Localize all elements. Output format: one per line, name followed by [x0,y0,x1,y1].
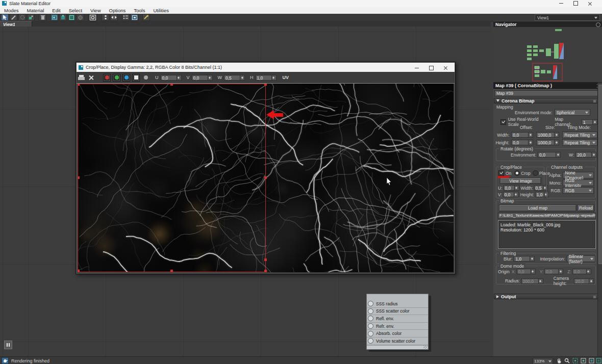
input-socket-icon[interactable] [368,316,373,321]
assign-material-icon[interactable] [27,14,35,21]
input-socket-icon[interactable] [368,323,373,329]
crop-v-spinner[interactable]: 0,0 [503,192,519,197]
u-spinner[interactable]: 0,0 [161,75,182,81]
pin-icon[interactable] [596,22,600,27]
menu-material[interactable]: Material [27,8,44,13]
panel-scrollbar[interactable] [597,83,602,356]
mono-dropdown[interactable]: RGB Intensity [563,179,594,186]
menu-tools[interactable]: Tools [134,8,145,13]
crop-region-overlay[interactable] [78,84,454,272]
zoom-tool-icon[interactable] [564,357,570,364]
bitmap-path-field[interactable]: F:\Lib\1_Texture\Камень\МРАМОР\Мрамор че… [498,213,596,219]
rgb-dropdown[interactable]: RGB [563,187,594,194]
blue-channel-button[interactable] [122,74,130,82]
menu-utilities[interactable]: Utilities [153,8,169,13]
show-grid-icon[interactable] [131,14,138,21]
pan-view-button[interactable] [4,341,12,349]
env-mode-dropdown[interactable]: Spherical [555,109,590,116]
map-channel-spinner[interactable]: 1 [582,119,597,125]
zoom-extents-selected-icon[interactable] [588,357,595,364]
input-socket-icon[interactable] [368,331,373,336]
scrollbar-thumb[interactable] [598,85,602,264]
delete-selected-icon[interactable] [39,14,46,21]
node-slot-row[interactable]: Refl. env. [367,315,428,323]
view-selector-dropdown[interactable]: View1 [535,14,600,21]
hide-unused-nodeslots-icon[interactable] [122,14,130,21]
dialog-title: Crop/Place, Display Gamma: 2,2, RGBA Col… [86,65,222,70]
crop-on-checkbox[interactable] [498,170,504,176]
blur-spinner[interactable]: 1,0 [514,256,535,262]
view-image-button[interactable]: View Image [500,177,541,184]
show-maps-icon[interactable] [68,14,76,21]
layout-children-icon[interactable] [110,14,118,21]
map-name-field[interactable]: Map #39 [494,90,601,96]
input-socket-icon[interactable] [368,338,373,344]
pencil-tool-icon[interactable] [10,14,17,21]
material-id-channel-icon[interactable] [88,14,97,21]
menu-select[interactable]: Select [69,8,82,13]
pan-zoom-icon[interactable] [595,357,602,364]
width-tiling-dropdown[interactable]: Repeat Tiling [562,132,597,138]
w-spinner[interactable]: 0,5 [224,75,245,81]
dialog-maximize-button[interactable] [424,63,438,72]
interpolation-dropdown[interactable]: Bilinear (faster) [567,255,595,262]
zoom-region-icon[interactable] [572,357,579,364]
show-background-icon[interactable] [59,14,67,21]
crop-w-spinner[interactable]: 0,5 [534,185,548,191]
node-slot-row[interactable]: Refr. env. [367,323,428,330]
alpha-channel-button[interactable] [132,74,140,82]
pan-tool-icon[interactable] [556,357,562,364]
red-channel-button[interactable] [103,74,111,82]
menu-edit[interactable]: Edit [52,8,60,13]
dialog-minimize-button[interactable] [410,63,424,72]
green-channel-button[interactable] [113,74,120,82]
pick-material-icon[interactable] [18,14,26,21]
menu-modes[interactable]: Modes [4,8,19,13]
node-slot-row[interactable]: SSS radius [367,300,428,308]
mono-channel-button[interactable] [144,75,148,80]
clear-icon[interactable] [88,75,93,80]
height-offset-spinner[interactable]: 0,0 [511,140,533,145]
minimize-button[interactable] [554,0,568,7]
place-radio[interactable] [533,170,538,176]
rotate-env-spinner[interactable]: 0,0 [538,152,561,158]
resize-grip-icon[interactable] [423,346,428,349]
menu-view[interactable]: View [90,8,101,13]
restore-button[interactable] [568,0,583,7]
input-socket-icon[interactable] [368,308,373,314]
dialog-titlebar[interactable]: Crop/Place, Display Gamma: 2,2, RGBA Col… [77,63,455,72]
dialog-close-button[interactable] [438,63,453,72]
h-spinner[interactable]: 1,0 [256,75,277,81]
zoom-level-dropdown[interactable]: 133% [533,358,553,364]
height-size-spinner[interactable]: 1000,0 [536,140,559,145]
crop-u-spinner[interactable]: 0,0 [504,185,519,191]
options-key-icon[interactable] [142,14,150,21]
menu-options[interactable]: Options [109,8,126,13]
node-slot-row[interactable]: Absorb. color [367,330,428,337]
crop-radio[interactable] [514,170,520,176]
save-image-icon[interactable] [78,75,85,81]
node-slot-row[interactable]: SSS scatter color [367,308,428,316]
show-end-result-icon[interactable] [77,14,84,21]
zoom-extents-icon[interactable] [580,357,587,364]
input-socket-icon[interactable] [368,301,373,306]
reload-button[interactable]: Reload [578,204,594,212]
bitmap-preview[interactable] [78,84,454,272]
rotate-w-spinner[interactable]: 20,0 [575,152,596,158]
map-panel-header[interactable]: Map #39 ( CoronaBitmap ) [493,83,602,89]
use-real-world-scale-checkbox[interactable] [500,119,506,125]
height-tiling-dropdown[interactable]: Repeat Tiling [562,139,597,146]
width-size-spinner[interactable]: 1000,0 [536,132,559,138]
select-tool-icon[interactable] [1,14,9,21]
layout-all-icon[interactable] [102,14,109,21]
navigator-body[interactable] [493,27,602,83]
width-offset-spinner[interactable]: 0,0 [511,132,533,138]
corona-bitmap-rollout[interactable]: Corona Bitmap [494,98,598,103]
load-map-button[interactable]: Load map [499,204,576,212]
node-slot-row[interactable]: Volume scatter color [367,337,428,345]
output-rollout[interactable]: Output [494,294,598,299]
close-button[interactable] [583,0,597,7]
v-spinner[interactable]: 0,0 [192,75,213,81]
uv-toggle[interactable]: UV [283,75,289,80]
show-shaded-material-icon[interactable] [51,14,58,21]
